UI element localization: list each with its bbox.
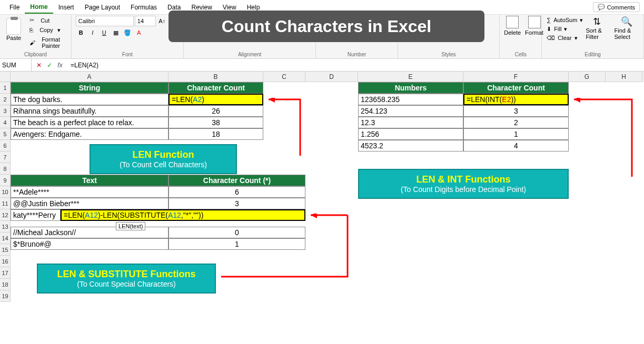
increase-font-button[interactable]: A↑ xyxy=(157,16,167,26)
cell-F1[interactable]: Character Count xyxy=(463,82,569,94)
sort-filter-button[interactable]: ⇅ Sort & Filter xyxy=(586,16,608,40)
cell-E4[interactable]: 12.3 xyxy=(358,117,463,128)
ribbon-editing-group: ∑ AutoSum ▾ ⬇ Fill ▾ ⌫ Clear ▾ ⇅ Sort & … xyxy=(542,15,644,58)
menu-formulas[interactable]: Formulas xyxy=(125,2,162,13)
arrow-len-substitute xyxy=(216,214,363,282)
format-painter-button[interactable]: 🖌Format Painter xyxy=(25,35,67,50)
col-header-E[interactable]: E xyxy=(358,72,463,82)
callout-len-sub-title: LEN & SUBSTITUTE Functions xyxy=(46,269,206,280)
row-header-1[interactable]: 1 xyxy=(0,82,11,94)
cell-A12[interactable]: katy****Perry xyxy=(11,209,61,221)
autosum-button[interactable]: ∑ AutoSum ▾ xyxy=(546,16,583,24)
cell-B9[interactable]: Character Count (*) xyxy=(169,175,305,186)
cell-F3[interactable]: 3 xyxy=(463,105,569,117)
cancel-formula-button[interactable]: ✕ xyxy=(35,62,43,69)
cell-A2[interactable]: The dog barks. xyxy=(11,94,169,105)
arrow-len-int xyxy=(569,98,642,182)
col-header-F[interactable]: F xyxy=(463,72,569,82)
row-header-4[interactable]: 4 xyxy=(0,117,11,128)
ribbon-clipboard-group: Paste ✂Cut ⎘Copy ▾ 🖌Format Painter Clipb… xyxy=(0,15,72,58)
cell-F4[interactable]: 2 xyxy=(463,117,569,128)
fx-button[interactable]: fx xyxy=(56,62,64,69)
bold-button[interactable]: B xyxy=(76,27,86,38)
fill-label: Fill xyxy=(553,25,562,33)
row-header-9[interactable]: 9 xyxy=(0,175,11,186)
italic-button[interactable]: I xyxy=(87,27,98,38)
cell-A9[interactable]: Text xyxy=(11,175,169,186)
clear-button[interactable]: ⌫ Clear ▾ xyxy=(546,34,583,42)
comments-label: Comments xyxy=(607,4,635,11)
row-header-6[interactable]: 6 xyxy=(0,140,11,151)
cell-F5[interactable]: 1 xyxy=(463,128,569,140)
row-header-5[interactable]: 5 xyxy=(0,128,11,140)
row-header-13[interactable]: 13 xyxy=(0,221,11,232)
cell-A5[interactable]: Avengers: Endgame. xyxy=(11,128,169,140)
cut-icon: ✂ xyxy=(27,16,36,24)
cell-F6[interactable]: 4 xyxy=(463,140,569,151)
border-button[interactable]: ▦ xyxy=(111,27,121,38)
cell-B10[interactable]: 6 xyxy=(169,186,305,198)
menu-file[interactable]: File xyxy=(4,2,25,13)
cell-E3[interactable]: 254.123 xyxy=(358,105,463,117)
cell-A1[interactable]: String xyxy=(11,82,169,94)
copy-button[interactable]: ⎘Copy ▾ xyxy=(25,26,67,34)
underline-button[interactable]: U xyxy=(99,27,110,38)
cell-A3[interactable]: Rihanna sings beautifully. xyxy=(11,105,169,117)
cell-E6[interactable]: 4523.2 xyxy=(358,140,463,151)
delete-cells-button[interactable]: Delete xyxy=(504,16,521,36)
cell-A11[interactable]: @@Justin Bieber*** xyxy=(11,198,169,209)
menu-page-layout[interactable]: Page Layout xyxy=(80,2,125,13)
brush-icon: 🖌 xyxy=(27,39,37,46)
cell-A10[interactable]: **Adele**** xyxy=(11,186,169,198)
font-size-select[interactable] xyxy=(135,16,156,26)
fill-button[interactable]: ⬇ Fill ▾ xyxy=(546,25,583,33)
row-header-11[interactable]: 11 xyxy=(0,198,11,209)
select-all-corner[interactable] xyxy=(0,72,11,82)
format-cells-button[interactable]: Format xyxy=(525,16,543,36)
cell-B1[interactable]: Character Count xyxy=(169,82,263,94)
cut-button[interactable]: ✂Cut xyxy=(25,16,67,25)
paste-button[interactable]: Paste xyxy=(4,16,23,43)
comments-button[interactable]: 💬 Comments xyxy=(593,2,640,12)
cell-A4[interactable]: The beach is a perfect place to relax. xyxy=(11,117,169,128)
cell-E1[interactable]: Numbers xyxy=(358,82,463,94)
cell-A15[interactable]: $*Bruno#@ xyxy=(11,238,169,250)
len-tooltip: LEN(text) xyxy=(116,222,145,230)
name-box[interactable]: SUM xyxy=(0,59,32,71)
col-header-D[interactable]: D xyxy=(305,72,358,82)
col-header-G[interactable]: G xyxy=(569,72,606,82)
row-header-14[interactable]: 14 xyxy=(0,232,11,244)
row-header-10[interactable]: 10 xyxy=(0,186,11,198)
col-header-C[interactable]: C xyxy=(263,72,305,82)
row-header-19[interactable]: 19 xyxy=(0,290,11,302)
row-header-16[interactable]: 16 xyxy=(0,256,11,267)
cell-B11[interactable]: 3 xyxy=(169,198,305,209)
row-header-7[interactable]: 7 xyxy=(0,151,11,163)
callout-len-sub-sub: (To Count Special Characters) xyxy=(46,280,206,288)
accept-formula-button[interactable]: ✓ xyxy=(45,62,54,69)
row-header-2[interactable]: 2 xyxy=(0,94,11,105)
grid: A B C D E F G H 123456789101112131415161… xyxy=(0,72,644,344)
menu-insert[interactable]: Insert xyxy=(53,2,80,13)
fill-color-button[interactable]: 🪣 xyxy=(122,27,133,38)
font-color-button[interactable]: A xyxy=(134,27,144,38)
row-header-18[interactable]: 18 xyxy=(0,279,11,290)
cell-E5[interactable]: 1.256 xyxy=(358,128,463,140)
ribbon-font-group: A↑ A↓ B I U ▦ 🪣 A Font xyxy=(72,15,184,58)
row-header-12[interactable]: 12 xyxy=(0,209,11,221)
delete-label: Delete xyxy=(504,29,521,36)
row-header-3[interactable]: 3 xyxy=(0,105,11,117)
row-header-15[interactable]: 15 xyxy=(0,244,11,256)
find-select-button[interactable]: 🔍 Find & Select xyxy=(615,16,639,40)
menu-home[interactable]: Home xyxy=(25,1,53,14)
cells-group-label: Cells xyxy=(504,50,537,57)
row-header-8[interactable]: 8 xyxy=(0,163,11,175)
col-header-H[interactable]: H xyxy=(606,72,642,82)
formula-input[interactable]: =LEN(A2) xyxy=(67,62,644,69)
col-header-A[interactable]: A xyxy=(11,72,169,82)
col-header-B[interactable]: B xyxy=(169,72,263,82)
cell-F2[interactable]: =LEN(INT(E2)) xyxy=(463,94,569,105)
row-header-17[interactable]: 17 xyxy=(0,267,11,279)
font-name-select[interactable] xyxy=(76,16,134,26)
cell-E2[interactable]: 123658.235 xyxy=(358,94,463,105)
